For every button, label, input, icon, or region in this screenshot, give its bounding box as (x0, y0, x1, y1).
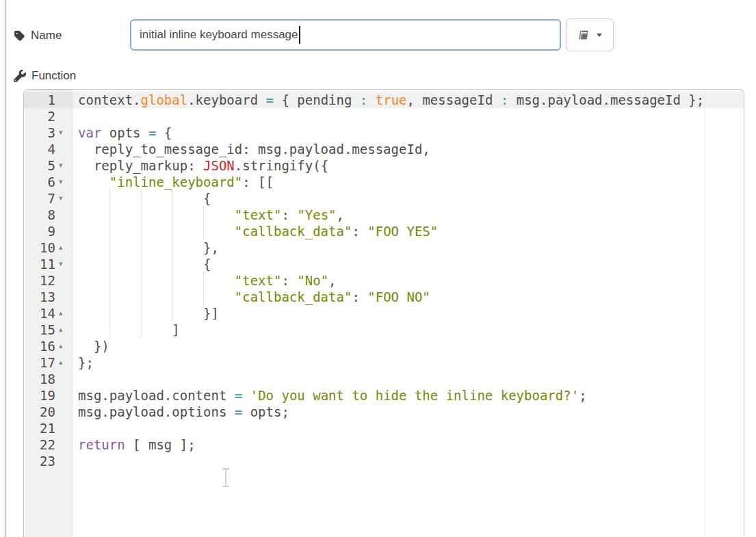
gutter-row[interactable]: 4 (24, 141, 73, 157)
code-pane[interactable]: context.global.keyboard = { pending : tr… (73, 90, 744, 537)
gutter-row[interactable]: 3▾ (24, 125, 73, 141)
line-number: 15 (24, 322, 55, 338)
line-number: 12 (24, 272, 55, 289)
code-token (78, 289, 235, 304)
code-token: "No" (297, 273, 328, 288)
code-token: : [[ (242, 174, 274, 189)
code-line-1[interactable]: context.global.keyboard = { pending : tr… (73, 92, 744, 108)
gutter-row[interactable]: 8 (24, 207, 73, 223)
code-token: "FOO YES" (367, 224, 438, 239)
code-token: : (352, 224, 367, 239)
text-ibeam-cursor (221, 468, 231, 487)
gutter-row[interactable]: 17▴ (24, 354, 73, 371)
code-line-22[interactable]: return [ msg ]; (73, 436, 744, 453)
code-line-19[interactable]: msg.payload.content = 'Do you want to hi… (73, 387, 744, 404)
code-line-21[interactable] (73, 420, 744, 436)
code-token: "inline_keyboard" (109, 174, 242, 189)
fold-down-icon[interactable]: ▾ (55, 125, 73, 141)
fold-spacer (55, 371, 73, 387)
code-line-6[interactable]: "inline_keyboard": [[ (73, 174, 744, 190)
code-line-12[interactable]: "text": "No", (73, 272, 744, 289)
code-line-23[interactable] (73, 453, 744, 469)
code-token: : (352, 289, 367, 304)
wrench-icon (13, 70, 26, 83)
fold-down-icon[interactable]: ▾ (55, 256, 73, 272)
name-input-value: initial inline keyboard message (140, 28, 298, 42)
code-line-3[interactable]: var opts = { (73, 125, 744, 141)
code-token: : (360, 92, 367, 107)
book-icon (577, 29, 590, 41)
gutter-row[interactable]: 5▾ (24, 157, 73, 174)
tag-icon (14, 30, 25, 42)
fold-down-icon[interactable]: ▾ (55, 174, 73, 190)
gutter-row[interactable]: 18 (24, 371, 73, 387)
fold-up-icon[interactable]: ▴ (55, 354, 73, 371)
gutter-row[interactable]: 9 (24, 223, 73, 239)
gutter-row[interactable]: 19 (24, 387, 73, 404)
fold-up-icon[interactable]: ▴ (55, 322, 73, 338)
gutter-row[interactable]: 23 (24, 453, 73, 469)
code-line-16[interactable]: }) (73, 338, 744, 354)
gutter-row[interactable]: 22 (24, 436, 73, 453)
function-code-editor[interactable]: 123▾45▾6▾7▾8910▴11▾121314▴15▴16▴17▴18192… (23, 89, 744, 537)
fold-spacer (55, 420, 73, 436)
code-token (242, 388, 250, 403)
tray-left-border (5, 0, 6, 537)
code-line-18[interactable] (73, 371, 744, 387)
fold-spacer (55, 404, 73, 420)
fold-up-icon[interactable]: ▴ (55, 239, 73, 256)
code-token: [ msg ]; (125, 437, 196, 452)
code-token: global (141, 92, 188, 107)
gutter-row[interactable]: 14▴ (24, 305, 73, 322)
code-line-11[interactable]: { (73, 256, 744, 272)
fold-spacer (55, 207, 73, 223)
name-input[interactable]: initial inline keyboard message (130, 19, 561, 51)
code-token (78, 207, 235, 222)
code-token: 'Do you want to hide the inline keyboard… (250, 388, 579, 403)
code-line-10[interactable]: }, (73, 239, 744, 256)
gutter-row[interactable]: 12 (24, 272, 73, 289)
code-line-7[interactable]: { (73, 190, 744, 207)
code-token: reply_markup: (78, 158, 203, 173)
code-token: "text" (235, 273, 282, 288)
code-line-2[interactable] (73, 108, 744, 125)
fold-up-icon[interactable]: ▴ (55, 305, 73, 322)
gutter-row[interactable]: 6▾ (24, 174, 73, 190)
fold-down-icon[interactable]: ▾ (55, 190, 73, 207)
line-number: 11 (24, 256, 55, 272)
gutter-row[interactable]: 11▾ (24, 256, 73, 272)
name-row: Name (14, 29, 62, 42)
code-token: }, (78, 240, 219, 255)
line-number: 10 (24, 239, 55, 256)
code-line-14[interactable]: }] (73, 305, 744, 322)
line-number: 9 (24, 223, 55, 239)
code-line-13[interactable]: "callback_data": "FOO NO" (73, 289, 744, 305)
code-line-9[interactable]: "callback_data": "FOO YES" (73, 223, 744, 239)
line-number: 3 (24, 125, 55, 141)
library-button[interactable] (566, 18, 614, 51)
code-line-20[interactable]: msg.payload.options = opts; (73, 404, 744, 420)
gutter-row[interactable]: 10▴ (24, 239, 73, 256)
gutter-row[interactable]: 15▴ (24, 322, 73, 338)
code-token (78, 273, 235, 288)
gutter-row[interactable]: 20 (24, 404, 73, 420)
fold-spacer (55, 223, 73, 239)
code-token: "text" (235, 207, 282, 222)
code-line-5[interactable]: reply_markup: JSON.stringify({ (73, 157, 744, 174)
code-line-15[interactable]: ] (73, 322, 744, 338)
gutter-row[interactable]: 2 (24, 108, 73, 125)
gutter-row[interactable]: 1 (24, 92, 73, 108)
gutter-row[interactable]: 13 (24, 289, 73, 305)
gutter-row[interactable]: 21 (24, 420, 73, 436)
code-line-4[interactable]: reply_to_message_id: msg.payload.message… (73, 141, 744, 157)
line-number: 16 (24, 338, 55, 354)
fold-up-icon[interactable]: ▴ (55, 338, 73, 354)
fold-spacer (55, 289, 73, 305)
gutter-row[interactable]: 7▾ (24, 190, 73, 207)
fold-spacer (55, 141, 73, 157)
code-token: , (328, 273, 336, 288)
code-line-8[interactable]: "text": "Yes", (73, 207, 744, 223)
fold-down-icon[interactable]: ▾ (55, 157, 73, 174)
gutter-row[interactable]: 16▴ (24, 338, 73, 354)
code-line-17[interactable]: }; (73, 354, 744, 371)
